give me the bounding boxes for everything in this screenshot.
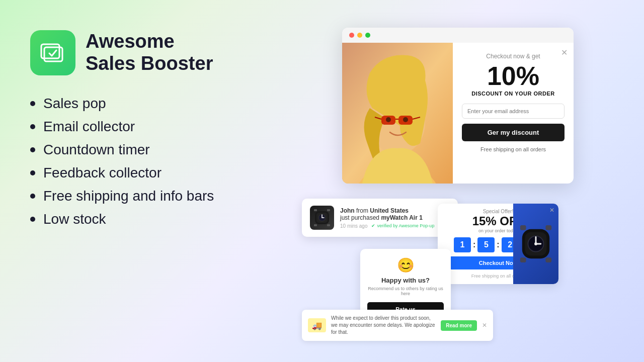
info-bar: 🚚 While we expect to deliver this produc… [302, 310, 493, 341]
dot-green [365, 33, 370, 38]
bullet-icon [30, 124, 35, 129]
list-item: Email collector [30, 119, 312, 135]
truck-icon: 🚚 [308, 318, 326, 332]
svg-rect-16 [314, 224, 317, 226]
get-discount-button[interactable]: Ger my discount [462, 124, 565, 141]
watch-thumbnail [310, 206, 334, 230]
popup-titlebar [342, 28, 574, 43]
popup-subtitle: Checkout now & get [462, 53, 565, 60]
list-item: Sales pop [30, 96, 312, 112]
sales-pop-time: 10 mins ago [340, 223, 367, 229]
svg-point-32 [534, 242, 537, 245]
bullet-icon [30, 101, 35, 106]
popup-image [342, 43, 453, 184]
svg-point-12 [386, 117, 391, 122]
app-logo-icon [30, 30, 75, 75]
svg-rect-23 [520, 225, 526, 230]
left-panel: Awesome Sales Booster Sales pop Email co… [30, 30, 312, 234]
feedback-subtitle: Recommend us to others by rating us here [367, 286, 444, 296]
watch-thumb-inner [310, 206, 334, 230]
svg-point-13 [403, 117, 408, 122]
list-item: Feedback collector [30, 165, 312, 181]
timer-minutes: 5 [477, 237, 495, 252]
countdown-watch-image [513, 204, 558, 284]
list-item: Free shipping and info bars [30, 188, 312, 204]
sales-pop-name: John from United States [340, 207, 450, 214]
dot-yellow [357, 33, 362, 38]
timer-hours: 1 [454, 237, 471, 252]
dot-red [349, 33, 354, 38]
popup-discount-label: DISCOUNT ON YOUR ORDER [462, 90, 565, 97]
main-popup: ✕ Checkout now & get 10% DISCOUNT ON YOU… [342, 28, 574, 184]
svg-rect-26 [545, 257, 551, 262]
feedback-emoji: 😊 [367, 257, 444, 274]
bullet-icon [30, 194, 35, 199]
countdown-close-icon[interactable]: ✕ [549, 207, 554, 214]
countdown-watch-wrap [513, 204, 558, 284]
svg-rect-17 [327, 224, 330, 226]
info-bar-close-icon[interactable]: ✕ [482, 322, 487, 329]
close-icon[interactable]: ✕ [561, 48, 568, 57]
svg-rect-24 [545, 225, 551, 230]
sales-pop-product: just purchased myWatch Air 1 [340, 214, 450, 221]
popup-body: ✕ Checkout now & get 10% DISCOUNT ON YOU… [342, 43, 574, 184]
check-icon: ✔ [371, 223, 375, 228]
timer-sep2: : [497, 237, 499, 252]
popup-percent: 10% [462, 62, 565, 90]
popup-right-content: ✕ Checkout now & get 10% DISCOUNT ON YOU… [453, 43, 574, 184]
svg-rect-25 [520, 257, 526, 262]
svg-rect-14 [314, 209, 317, 211]
sales-pop-verified: ✔ verified by Awesome Pop-up [371, 223, 434, 228]
list-item: Low stock [30, 211, 312, 227]
info-bar-text: While we expect to deliver this product … [331, 315, 436, 336]
countdown-popup: ✕ Special Offer! 15% OFF on your order t… [438, 204, 558, 284]
timer-sep1: : [473, 237, 475, 252]
popup-free-shipping: Free shipping on all orders [462, 146, 565, 152]
svg-rect-15 [327, 209, 330, 211]
feedback-title: Happy with us? [367, 277, 444, 284]
bullet-icon [30, 170, 35, 175]
email-input[interactable] [462, 104, 565, 119]
list-item: Countdown timer [30, 142, 312, 158]
right-panel: ✕ Checkout now & get 10% DISCOUNT ON YOU… [302, 0, 644, 362]
logo-area: Awesome Sales Booster [30, 30, 312, 75]
app-title: Awesome Sales Booster [86, 31, 213, 74]
read-more-button[interactable]: Read more [441, 320, 477, 331]
sales-pop: John from United States just purchased m… [302, 199, 458, 237]
sales-pop-text: John from United States just purchased m… [340, 207, 450, 229]
bullet-icon [30, 217, 35, 222]
bullet-icon [30, 147, 35, 152]
features-list: Sales pop Email collector Countdown time… [30, 96, 312, 227]
sales-pop-meta: 10 mins ago ✔ verified by Awesome Pop-up [340, 223, 450, 229]
